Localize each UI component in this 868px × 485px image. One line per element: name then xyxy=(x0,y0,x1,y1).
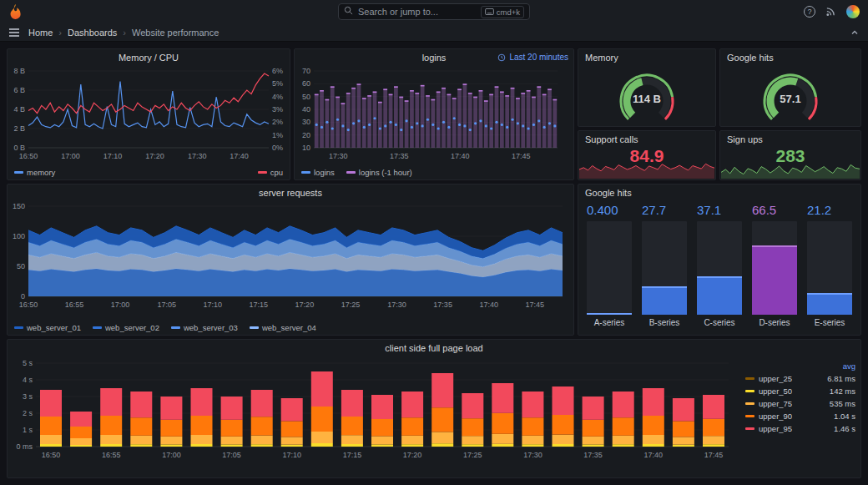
svg-text:2 s: 2 s xyxy=(23,409,33,417)
legend-item[interactable]: web_server_02 xyxy=(93,323,159,332)
legend: avgupper_256.81 msupper_50142 msupper_75… xyxy=(745,361,855,435)
legend-swatch xyxy=(258,171,267,174)
collapse-ribbon-icon[interactable] xyxy=(850,28,860,38)
legend: loginslogins (-1 hour) xyxy=(301,168,567,177)
legend-item[interactable]: logins (-1 hour) xyxy=(346,168,412,177)
legend-label: web_server_02 xyxy=(105,323,159,332)
user-avatar[interactable] xyxy=(846,5,860,18)
bar-gauge-label: E-series xyxy=(807,315,852,328)
bar-gauge-value: 27.7 xyxy=(642,203,687,221)
legend-swatch xyxy=(346,171,356,174)
svg-text:5 s: 5 s xyxy=(23,359,33,367)
legend-swatch xyxy=(93,326,102,329)
panel-memory-gauge: Memory 114 B xyxy=(578,48,716,127)
legend-item[interactable]: upper_50142 ms xyxy=(745,385,855,397)
gauge-value: 114 B xyxy=(578,93,715,105)
panel-title[interactable]: Support calls xyxy=(578,131,715,148)
svg-text:10: 10 xyxy=(302,144,310,152)
legend-swatch xyxy=(301,171,310,174)
panel-title[interactable]: Google hits xyxy=(720,49,860,66)
legend-swatch xyxy=(745,402,754,405)
panel-title[interactable]: Sign ups xyxy=(720,131,860,148)
legend-item[interactable]: upper_951.46 s xyxy=(745,422,855,435)
bar-gauge-label: A-series xyxy=(587,315,632,328)
svg-text:17:30: 17:30 xyxy=(387,301,406,309)
bar-gauge[interactable]: 37.1C-series xyxy=(697,203,742,328)
legend-item[interactable]: logins xyxy=(301,168,335,177)
breadcrumb-dashboards[interactable]: Dashboards xyxy=(68,28,117,38)
panel-title[interactable]: server requests xyxy=(8,184,573,201)
legend-swatch xyxy=(14,171,23,174)
legend-label: web_server_03 xyxy=(184,323,238,332)
legend-item[interactable]: upper_256.81 ms xyxy=(745,372,855,385)
bar-gauge-label: B-series xyxy=(642,315,687,328)
svg-text:17:35: 17:35 xyxy=(433,301,452,309)
top-nav: Search or jump to... cmd+k ? xyxy=(0,0,868,23)
help-icon[interactable]: ? xyxy=(804,6,815,18)
svg-text:50: 50 xyxy=(302,93,310,101)
panel-title[interactable]: client side full page load xyxy=(8,340,860,356)
svg-text:5%: 5% xyxy=(272,79,283,88)
client-page-load-chart[interactable]: 0 ms1 s2 s3 s4 s5 s16:5016:5517:0017:051… xyxy=(11,356,745,473)
panel-title[interactable]: Google hits xyxy=(578,184,860,201)
legend-item[interactable]: web_server_03 xyxy=(171,323,238,332)
svg-text:17:30: 17:30 xyxy=(188,152,207,160)
bar-gauge-track xyxy=(697,221,742,315)
legend-label: cpu xyxy=(270,168,283,177)
panel-title[interactable]: Memory / CPU xyxy=(8,49,290,66)
legend-item[interactable]: memory xyxy=(14,168,55,177)
bar-gauge[interactable]: 0.400A-series xyxy=(587,203,632,328)
svg-text:17:40: 17:40 xyxy=(451,152,470,160)
legend: memorycpu xyxy=(14,168,283,177)
menu-toggle-icon[interactable] xyxy=(8,28,20,38)
svg-text:17:20: 17:20 xyxy=(145,152,164,160)
svg-text:17:25: 17:25 xyxy=(463,451,482,459)
breadcrumb-separator: › xyxy=(58,28,62,38)
search-input[interactable]: Search or jump to... cmd+k xyxy=(338,3,530,20)
bar-gauge[interactable]: 66.5D-series xyxy=(752,203,797,328)
bar-gauge[interactable]: 21.2E-series xyxy=(807,203,852,328)
svg-text:0 B: 0 B xyxy=(13,144,25,152)
keyboard-icon xyxy=(485,8,494,15)
legend-label: upper_75 xyxy=(759,399,792,408)
memory-cpu-chart[interactable]: 0 B2 B4 B6 B8 B0%1%2%3%4%5%6%16:5017:001… xyxy=(8,66,289,163)
bar-gauge-fill xyxy=(697,276,742,315)
gauge-value: 57.1 xyxy=(720,93,860,105)
legend-item[interactable]: cpu xyxy=(258,168,283,177)
dashboard-canvas: Memory / CPU 0 B2 B4 B6 B8 B0%1%2%3%4%5%… xyxy=(0,42,868,485)
logins-chart[interactable]: 1020304050607017:3017:3517:4017:45 xyxy=(295,66,573,163)
panel-title[interactable]: Memory xyxy=(578,49,715,66)
svg-text:70: 70 xyxy=(302,67,310,75)
svg-text:4 s: 4 s xyxy=(23,376,33,384)
legend-label: logins xyxy=(314,168,335,177)
svg-text:17:40: 17:40 xyxy=(230,152,249,160)
svg-text:17:20: 17:20 xyxy=(295,301,315,309)
svg-text:17:35: 17:35 xyxy=(583,451,603,459)
legend-label: upper_90 xyxy=(759,412,792,421)
svg-text:2%: 2% xyxy=(272,118,283,126)
legend-item[interactable]: web_server_01 xyxy=(14,323,81,332)
panel-client-page-load: client side full page load 0 ms1 s2 s3 s… xyxy=(7,339,861,478)
legend: web_server_01web_server_02web_server_03w… xyxy=(14,323,567,332)
breadcrumb-current: Website performance xyxy=(132,28,219,38)
legend-item[interactable]: upper_901.04 s xyxy=(745,410,855,422)
legend-swatch xyxy=(14,326,23,329)
time-range-badge[interactable]: Last 20 minutes xyxy=(497,53,568,62)
bar-gauge[interactable]: 27.7B-series xyxy=(642,203,687,328)
legend-swatch xyxy=(250,326,259,329)
legend-item[interactable]: upper_75535 ms xyxy=(745,397,855,410)
breadcrumb-home[interactable]: Home xyxy=(28,28,53,38)
svg-text:17:40: 17:40 xyxy=(644,451,664,459)
bar-gauge-label: C-series xyxy=(697,315,742,328)
legend-label: upper_50 xyxy=(759,386,792,396)
svg-text:16:50: 16:50 xyxy=(19,152,38,160)
legend-swatch xyxy=(745,415,754,417)
bar-gauge-value: 21.2 xyxy=(807,203,852,221)
legend-item[interactable]: web_server_04 xyxy=(250,323,316,332)
svg-text:6 B: 6 B xyxy=(13,86,25,94)
news-icon[interactable] xyxy=(825,7,836,17)
grafana-logo-icon[interactable] xyxy=(8,4,23,19)
server-requests-chart[interactable]: 05010015016:5016:5517:0017:0517:1017:151… xyxy=(8,201,573,318)
svg-text:17:15: 17:15 xyxy=(250,301,269,309)
legend-label: upper_95 xyxy=(759,424,792,433)
